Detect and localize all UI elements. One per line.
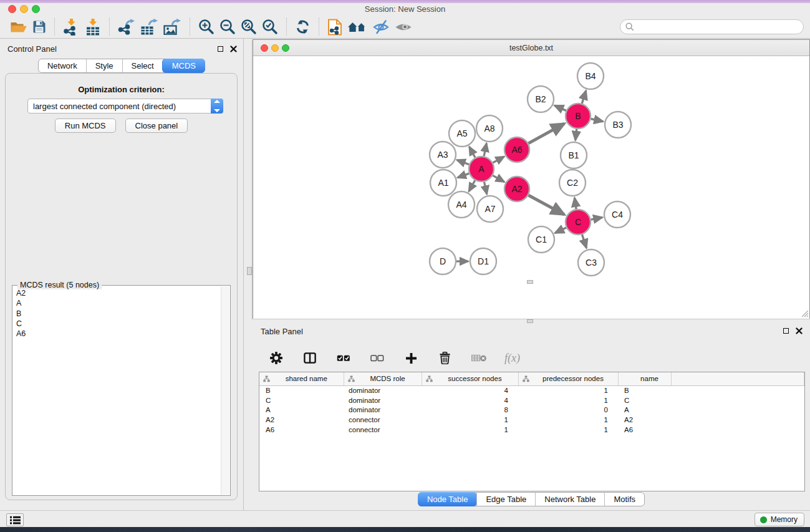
delete-column-button[interactable] <box>435 347 454 369</box>
export-image-button[interactable] <box>161 16 184 37</box>
function-builder-button[interactable]: f(x) <box>504 352 520 365</box>
graph-node-C2[interactable]: C2 <box>559 170 586 196</box>
graph-node-A5[interactable]: A5 <box>449 120 475 147</box>
delete-table-button[interactable] <box>469 347 489 369</box>
graph-edge-A-A3[interactable] <box>457 160 470 164</box>
graph-edge-A-A7[interactable] <box>484 182 486 195</box>
zoom-in-button[interactable] <box>196 16 217 37</box>
graph-node-B[interactable]: B <box>566 104 591 128</box>
column-header[interactable]: name <box>618 372 671 385</box>
float-table-panel-icon[interactable] <box>783 328 789 334</box>
hide-selected-button[interactable] <box>370 16 392 37</box>
refresh-layout-button[interactable] <box>292 16 313 37</box>
open-session-button[interactable] <box>7 16 30 37</box>
create-column-button[interactable] <box>402 347 420 369</box>
search-input[interactable] <box>620 19 804 34</box>
task-history-button[interactable] <box>6 513 24 526</box>
select-all-columns-button[interactable] <box>334 347 353 369</box>
table-row[interactable]: Bdominator41B <box>259 385 804 395</box>
resize-grip-icon[interactable] <box>800 309 809 317</box>
graph-node-A8[interactable]: A8 <box>476 115 503 142</box>
zoom-fit-button[interactable] <box>238 16 259 37</box>
graph-edge-B-B4[interactable] <box>582 90 586 104</box>
network-canvas[interactable]: B4B2BB3B1A5A8A6A3AA1A2C2A4A7C4CC1C3DD1 <box>253 57 809 319</box>
column-header[interactable]: successor nodes <box>422 372 518 385</box>
tab-node-table[interactable]: Node Table <box>418 492 478 506</box>
float-panel-icon[interactable] <box>218 46 223 52</box>
import-table-button[interactable] <box>82 16 104 37</box>
close-panel-button[interactable]: Close panel <box>125 118 188 133</box>
export-network-button[interactable] <box>115 16 138 37</box>
zoom-out-button[interactable] <box>217 16 238 37</box>
column-header[interactable]: MCDS role <box>344 372 422 385</box>
graph-edge-C-C1[interactable] <box>555 228 566 233</box>
show-all-button[interactable] <box>392 16 415 37</box>
splitter-grip-vertical[interactable] <box>247 267 252 275</box>
graph-edge-C-C2[interactable] <box>574 198 576 209</box>
list-item[interactable]: A <box>16 298 218 308</box>
close-table-panel-icon[interactable] <box>796 327 803 334</box>
graph-node-C[interactable]: C <box>566 210 591 235</box>
graph-edge-C-C4[interactable] <box>591 218 602 220</box>
graph-edge-A2-C[interactable] <box>528 195 564 215</box>
graph-node-A[interactable]: A <box>469 157 494 181</box>
graph-node-A3[interactable]: A3 <box>430 142 456 168</box>
graph-node-A1[interactable]: A1 <box>430 170 456 196</box>
splitter-grip-horizontal[interactable] <box>527 319 533 323</box>
save-session-button[interactable] <box>30 16 49 37</box>
graph-edge-B-B1[interactable] <box>576 129 577 140</box>
graph-edge-B-B2[interactable] <box>554 105 566 110</box>
duplicate-network-button[interactable] <box>325 16 345 37</box>
graph-edge-A-A6[interactable] <box>493 157 504 163</box>
graph-node-A2[interactable]: A2 <box>504 177 529 201</box>
graph-edge-A6-B[interactable] <box>528 123 564 143</box>
column-header[interactable]: shared name <box>259 372 344 385</box>
network-graph[interactable]: B4B2BB3B1A5A8A6A3AA1A2C2A4A7C4CC1C3DD1 <box>253 57 809 319</box>
graph-edge-B-B3[interactable] <box>591 118 604 121</box>
graph-node-A7[interactable]: A7 <box>477 196 503 222</box>
graph-node-A4[interactable]: A4 <box>448 191 475 218</box>
graph-edge-A-A2[interactable] <box>493 175 504 181</box>
close-panel-icon[interactable] <box>230 46 237 52</box>
scrollbar-track[interactable] <box>221 286 229 495</box>
graph-node-B2[interactable]: B2 <box>528 86 554 112</box>
graph-edge-A-A1[interactable] <box>458 173 469 178</box>
zoom-selected-button[interactable] <box>259 16 281 37</box>
table-row[interactable]: A2connector11A2 <box>259 415 804 425</box>
graph-node-C1[interactable]: C1 <box>528 226 554 253</box>
list-item[interactable]: C <box>16 319 218 329</box>
list-item[interactable]: A6 <box>16 329 218 339</box>
criterion-dropdown[interactable]: largest connected component (directed) <box>27 99 223 114</box>
graph-node-C3[interactable]: C3 <box>578 249 604 276</box>
graph-node-C4[interactable]: C4 <box>604 201 630 228</box>
tab-style[interactable]: Style <box>86 59 122 72</box>
table-row[interactable]: A6connector11A6 <box>259 425 804 435</box>
tab-motifs[interactable]: Motifs <box>604 493 644 506</box>
list-item[interactable]: A2 <box>16 288 218 298</box>
graph-edge-A-A8[interactable] <box>484 143 486 157</box>
tab-select[interactable]: Select <box>122 59 163 72</box>
graph-node-D1[interactable]: D1 <box>470 248 496 274</box>
tab-edge-table[interactable]: Edge Table <box>476 493 535 506</box>
graph-edge-A-A4[interactable] <box>469 180 475 191</box>
tab-mcds[interactable]: MCDS <box>162 59 205 73</box>
deselect-all-columns-button[interactable] <box>368 347 387 369</box>
first-neighbors-button[interactable] <box>345 16 370 37</box>
graph-node-A6[interactable]: A6 <box>504 137 529 162</box>
split-view-button[interactable] <box>301 347 319 369</box>
graph-node-B4[interactable]: B4 <box>577 63 604 89</box>
column-header[interactable]: predecessor nodes <box>518 372 618 385</box>
import-network-button[interactable] <box>60 16 82 37</box>
graph-node-B1[interactable]: B1 <box>561 142 587 168</box>
tab-network[interactable]: Network <box>39 59 86 72</box>
table-row[interactable]: Adominator80A <box>259 405 804 415</box>
list-item[interactable]: B <box>16 309 218 319</box>
graph-edge-A-A5[interactable] <box>470 147 475 157</box>
memory-button[interactable]: Memory <box>755 513 804 526</box>
export-table-button[interactable] <box>138 16 161 37</box>
table-settings-button[interactable] <box>267 347 286 369</box>
graph-node-B3[interactable]: B3 <box>605 112 631 138</box>
graph-node-D[interactable]: D <box>430 248 456 274</box>
graph-edge-C-C3[interactable] <box>582 235 586 248</box>
run-mcds-button[interactable]: Run MCDS <box>55 118 116 133</box>
